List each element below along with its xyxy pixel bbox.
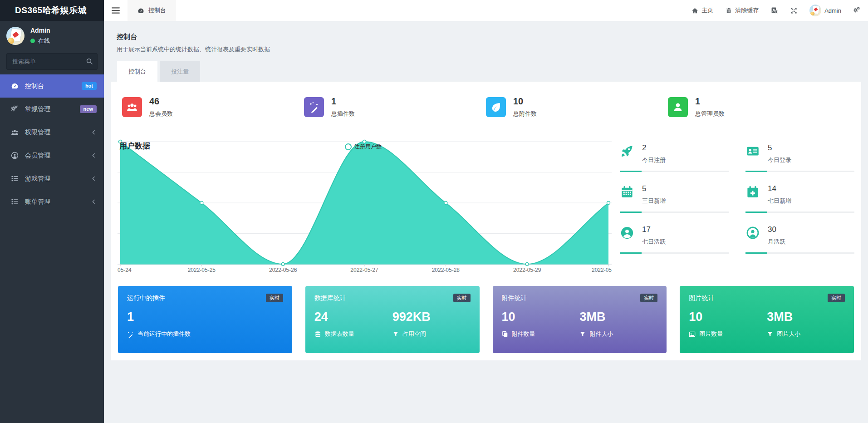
sidebar-item-label: 控制台 — [25, 82, 82, 90]
sidebar: DS365哈希娱乐城 Admin 在线 — [0, 0, 104, 423]
stat-label: 总附件数 — [513, 110, 537, 118]
settings-button[interactable] — [853, 7, 861, 14]
users-icon — [122, 97, 142, 117]
stat-value: 10 — [513, 96, 537, 107]
sidebar-item-bills[interactable]: 账单管理 — [0, 190, 104, 213]
sidebar-item-label: 账单管理 — [25, 198, 91, 206]
x-tick: 2022-05-28 — [432, 267, 460, 273]
x-tick: 2022-05-26 — [269, 267, 297, 273]
sidebar-search — [6, 53, 98, 70]
monthly-active-stat: 30 月活跃 — [745, 222, 854, 254]
chart-legend[interactable]: 注册用户数 — [345, 143, 382, 151]
quick-stat-label: 今日注册 — [642, 156, 666, 164]
sidebar-item-dashboard[interactable]: 控制台 hot — [0, 74, 104, 98]
funnel-icon — [579, 331, 586, 337]
content-tabs: 控制台 投注量 — [117, 61, 861, 82]
quick-stat-value: 5 — [768, 143, 791, 152]
sidebar-item-label: 会员管理 — [25, 152, 91, 160]
metric-value: 10 — [502, 310, 580, 324]
total-plugins-card: 1 总插件数 — [304, 96, 486, 118]
language-icon — [771, 7, 778, 14]
quick-stat-label: 今日登录 — [768, 156, 791, 164]
metric-label: 图片大小 — [777, 330, 800, 338]
realtime-badge: 实时 — [640, 294, 657, 302]
list-icon — [11, 198, 19, 206]
stat-value: 1 — [695, 96, 725, 107]
metric-label: 占用空间 — [402, 330, 426, 338]
progress-underline — [620, 252, 729, 254]
quick-stat-label: 七日新增 — [768, 197, 791, 205]
metric-label: 附件数量 — [512, 330, 535, 338]
total-admins-card: 1 总管理员数 — [668, 96, 850, 118]
quick-stat-label: 月活跃 — [768, 238, 785, 246]
user-data-chart[interactable]: 用户数据 注册用户数 05-242022-05-252022-05-262022… — [118, 137, 612, 276]
fullscreen-icon — [790, 7, 797, 14]
cogs-icon — [853, 7, 861, 14]
language-button[interactable] — [771, 7, 778, 14]
x-tick: 05-24 — [118, 267, 132, 273]
x-tick: 2022-05 — [592, 267, 612, 273]
page-title: 控制台 — [117, 33, 861, 41]
quick-stat-value: 17 — [642, 225, 666, 234]
topbar-tab-dashboard[interactable]: 控制台 — [128, 0, 176, 21]
avatar[interactable] — [6, 27, 25, 45]
metric-value: 992KB — [392, 310, 471, 324]
sidebar-item-label: 游戏管理 — [25, 175, 91, 183]
progress-underline — [745, 171, 854, 172]
avatar — [809, 5, 821, 16]
sidebar-item-permissions[interactable]: 权限管理 — [0, 121, 104, 144]
main-row: 用户数据 注册用户数 05-242022-05-252022-05-262022… — [118, 137, 854, 276]
sidebar-menu: 控制台 hot — [0, 74, 104, 213]
menu-toggle-button[interactable] — [104, 0, 128, 21]
quick-stats-grid: 2 今日注册 — [620, 141, 854, 276]
funnel-icon — [392, 331, 399, 337]
image-stats-card: 图片统计 实时 10 图片数量 — [680, 286, 854, 353]
realtime-badge: 实时 — [453, 294, 471, 302]
stat-label: 总插件数 — [331, 110, 355, 118]
home-icon — [691, 7, 698, 14]
sidebar-user-panel: Admin 在线 — [0, 21, 104, 49]
topbar-user[interactable]: Admin — [809, 5, 841, 16]
tab-bet-volume[interactable]: 投注量 — [160, 61, 200, 82]
hot-badge: hot — [82, 82, 97, 90]
calendar-plus-icon — [745, 185, 760, 199]
quick-stat-value: 14 — [768, 184, 791, 193]
cogs-icon — [11, 105, 19, 113]
home-link[interactable]: 主页 — [691, 6, 713, 15]
search-input[interactable] — [6, 53, 98, 70]
users-group-icon — [11, 128, 19, 136]
copy-icon — [502, 331, 508, 337]
metric-label: 附件大小 — [589, 330, 613, 338]
sidebar-item-members[interactable]: 会员管理 — [0, 144, 104, 167]
progress-underline — [745, 252, 854, 254]
seven-day-new-stat: 14 七日新增 — [745, 182, 854, 213]
sidebar-item-games[interactable]: 游戏管理 — [0, 167, 104, 190]
tachometer-icon — [11, 82, 19, 90]
database-stats-card: 数据库统计 实时 24 数据表数量 — [305, 286, 480, 353]
card-title: 图片统计 — [689, 294, 714, 302]
fullscreen-button[interactable] — [790, 7, 797, 14]
metric-value: 3MB — [767, 310, 845, 324]
card-title: 附件统计 — [502, 294, 527, 302]
tab-dashboard[interactable]: 控制台 — [117, 61, 157, 82]
progress-underline — [745, 212, 854, 213]
bottom-cards-row: 运行中的插件 实时 1 当前运行中 — [118, 286, 854, 353]
search-icon[interactable] — [86, 58, 93, 65]
clear-cache-button[interactable]: 清除缓存 — [726, 6, 759, 15]
chevron-left-icon — [91, 129, 97, 135]
topbar-tab-label: 控制台 — [148, 6, 166, 15]
quick-stat-value: 5 — [642, 184, 666, 193]
metric-value: 24 — [314, 310, 392, 324]
stat-value: 1 — [331, 96, 355, 107]
bars-icon — [112, 7, 120, 14]
database-icon — [314, 331, 321, 338]
rocket-icon — [620, 144, 634, 158]
quick-stat-label: 三日新增 — [642, 197, 666, 205]
sidebar-item-general[interactable]: 常规管理 new — [0, 98, 104, 121]
card-title: 数据库统计 — [314, 294, 346, 302]
magic-wand-icon — [127, 331, 134, 338]
funnel-icon — [767, 331, 773, 337]
attachment-stats-card: 附件统计 实时 10 附件数量 — [493, 286, 667, 353]
today-registered-stat: 2 今日注册 — [620, 141, 729, 172]
x-tick: 2022-05-29 — [513, 267, 541, 273]
